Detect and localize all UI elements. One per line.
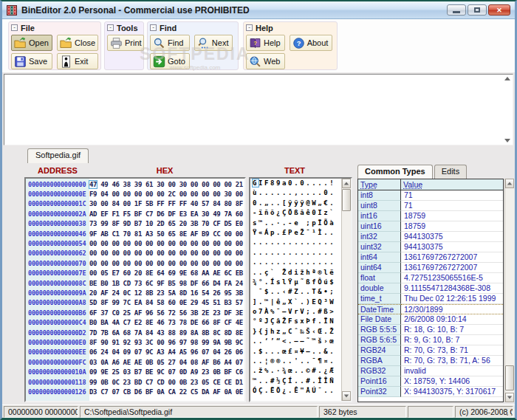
goto-button[interactable]: Goto bbox=[150, 53, 190, 69]
hex-row[interactable]: 00000000000000E08F 90 91 92 93 3C 00 96 … bbox=[26, 337, 244, 347]
resize-grip[interactable] bbox=[505, 408, 514, 417]
text-row[interactable]: 0.„..[ÿÿÿ@W„€. bbox=[253, 199, 335, 209]
type-value[interactable]: 71 bbox=[401, 190, 503, 201]
type-row-int64[interactable]: int6413617697267272007 bbox=[358, 252, 503, 263]
scroll-down-button[interactable] bbox=[505, 393, 514, 402]
type-row-uint8[interactable]: uint871 bbox=[358, 201, 503, 211]
hex-bytes[interactable]: 30 00 84 00 1F 5B FF FF FF 40 57 84 80 8… bbox=[89, 200, 243, 207]
hex-row[interactable]: 000000000000009A20 AF 24 0C 12 8B 23 5A … bbox=[26, 288, 244, 297]
text-pane-scrollbar[interactable] bbox=[341, 179, 351, 401]
text-row[interactable]: ÓÇ.ËÖ¿.Ê"ÅÚ¯.. bbox=[253, 387, 335, 396]
text-row[interactable]: ..¦®®..'..¯¶¤. bbox=[253, 357, 335, 367]
hex-bytes[interactable]: 00 00 00 00 00 00 00 00 00 00 00 00 00 0… bbox=[89, 249, 243, 257]
scroll-down-icon[interactable] bbox=[504, 139, 510, 142]
print-button[interactable]: Print bbox=[107, 35, 144, 51]
type-row-int32[interactable]: int32944130375 bbox=[358, 232, 503, 242]
type-value[interactable]: 12/30/1899 bbox=[401, 304, 503, 314]
tab-common-types[interactable]: Common Types bbox=[357, 165, 433, 179]
text-row[interactable]: s™..·.-e ;pÏÕà bbox=[253, 219, 335, 229]
type-row-rgb32[interactable]: RGB32invalid bbox=[358, 366, 503, 376]
type-row-point16[interactable]: Point16X: 18759, Y: 14406 bbox=[358, 376, 503, 387]
type-value[interactable]: R: 18, G: 10, B: 7 bbox=[401, 325, 503, 335]
hex-cursor[interactable]: 47 bbox=[89, 181, 97, 188]
text-row[interactable]: ..‘’“<.–—˜™š›œ bbox=[253, 337, 335, 347]
collapse-group-icon[interactable]: - bbox=[107, 24, 114, 31]
find-button[interactable]: Find bbox=[150, 35, 190, 51]
type-row-rgb-5-5-5[interactable]: RGB 5:5:5R: 18, G: 10, B: 7 bbox=[358, 325, 503, 335]
text-row[interactable]: °ºJÇâŽFsxÞf.ÏN bbox=[253, 317, 335, 327]
scroll-down-button[interactable] bbox=[342, 391, 351, 401]
hex-pane[interactable]: 000000000000000047 49 46 38 39 61 30 00 … bbox=[24, 177, 246, 402]
hex-bytes[interactable]: 9F AB C1 70 81 A3 50 65 8E AF B9 CC 00 0… bbox=[89, 230, 243, 238]
type-row-rgb24[interactable]: RGB24R: 70, G: 73, B: 71 bbox=[358, 345, 503, 356]
minimize-button[interactable] bbox=[447, 4, 466, 16]
hex-row[interactable]: 000000000000006200 00 00 00 00 00 00 00 … bbox=[26, 249, 244, 258]
hex-bytes[interactable]: F9 04 00 00 00 00 00 2C 00 00 00 00 30 0… bbox=[89, 190, 243, 198]
type-row-rgba[interactable]: RGBAR: 70, G: 73, B: 71, A: 56 bbox=[358, 356, 503, 366]
hex-bytes[interactable]: 47 49 46 38 39 61 30 00 30 00 00 00 00 2… bbox=[89, 181, 243, 188]
hex-row[interactable]: 000000000000000047 49 46 38 39 61 30 00 … bbox=[26, 179, 244, 189]
type-value[interactable]: R: 9, G: 10, B: 7 bbox=[401, 335, 503, 345]
hex-bytes[interactable]: 06 24 04 09 07 9C A3 A4 A5 96 07 04 26 0… bbox=[89, 348, 243, 356]
hex-row[interactable]: 00000000000000A85D 8F 99 7C EA 84 58 60 … bbox=[26, 298, 244, 308]
type-row-uint32[interactable]: uint32944130375 bbox=[358, 242, 503, 252]
type-value[interactable]: 18759 bbox=[401, 211, 503, 221]
hex-row[interactable]: 000000000000003873 99 8F 9D B7 10 2D 65 … bbox=[26, 219, 244, 229]
exit-button[interactable]: Exit bbox=[57, 53, 98, 69]
type-row-float[interactable]: float4.72751235065516E-5 bbox=[358, 273, 503, 283]
hex-row[interactable]: 000000000000002AAD EF F1 F5 BF C7 D6 DF … bbox=[26, 209, 244, 218]
text-row[interactable]: .$...œ£¤¥–..&. bbox=[253, 348, 335, 357]
hex-row[interactable]: 00000000000000FC03 0A A6 AE AE 0B 05 27 … bbox=[26, 357, 244, 367]
type-value[interactable]: R: 70, G: 73, B: 71, A: 56 bbox=[401, 356, 503, 366]
text-row[interactable]: .ž%.·¾œ..©#.¿Æ bbox=[253, 367, 335, 376]
hex-row[interactable]: 000000000000005400 00 00 00 00 00 00 00 … bbox=[26, 238, 244, 248]
text-row[interactable]: Ÿ«Áp.£PeŽ¯¹Ì.. bbox=[253, 229, 335, 238]
tab-edits[interactable]: Edits bbox=[434, 165, 467, 179]
type-row-time-t[interactable]: time_tThu Dec 02 12:26:15 1999 bbox=[358, 294, 503, 304]
hex-bytes[interactable]: 8F 90 91 92 93 3C 00 96 97 98 99 9A 9B 9… bbox=[89, 339, 243, 346]
hex-bytes[interactable]: 03 0A A6 AE AE 0B 05 27 04 08 AF B6 A4 0… bbox=[89, 359, 243, 366]
text-row[interactable]: -ïñõ¿ÇÖßãê0Iz` bbox=[253, 209, 335, 218]
scrollbar-thumb[interactable] bbox=[342, 189, 351, 211]
hex-row[interactable]: 00000000000000D27D 7B 6A 68 7A 84 43 88 … bbox=[26, 328, 244, 337]
type-value[interactable]: 13617697267272007 bbox=[401, 252, 503, 263]
open-button[interactable]: Open bbox=[11, 35, 52, 51]
type-value[interactable]: 9.11155471284368E-308 bbox=[401, 283, 503, 294]
type-value[interactable]: 71 bbox=[401, 201, 503, 211]
hex-bytes[interactable]: 5D 8F 99 7C EA 84 58 60 0E 29 45 51 B3 5… bbox=[89, 299, 243, 306]
text-row[interactable]: ..ç` Ždižhª®lë bbox=[253, 269, 335, 278]
type-value[interactable]: 4.72751235065516E-5 bbox=[401, 273, 503, 283]
type-row-file-date[interactable]: File Date2/6/2008 09:10:14 bbox=[358, 314, 503, 325]
type-value[interactable]: 944130375 bbox=[401, 242, 503, 252]
hex-bytes[interactable]: 7D 7B 6A 68 7A 84 43 88 89 8A 8B 8C 8D 8… bbox=[89, 329, 243, 337]
save-button[interactable]: Save bbox=[11, 53, 52, 69]
hex-row[interactable]: 000000000000008CBE B0 1B CD 73 6C 9F B5 … bbox=[26, 278, 244, 288]
text-row[interactable]: ù......,....0. bbox=[253, 189, 335, 199]
maximize-button[interactable] bbox=[468, 4, 487, 16]
type-value[interactable]: X: 18759, Y: 14406 bbox=[401, 376, 503, 387]
hex-bytes[interactable]: 00 00 00 00 00 00 00 00 00 00 00 00 00 0… bbox=[89, 240, 243, 247]
text-row[interactable]: }{jhz„Cˆ‰Š‹Œ.Ž bbox=[253, 328, 335, 337]
help-button[interactable]: ?Help bbox=[246, 35, 285, 51]
type-value[interactable]: 18759 bbox=[401, 221, 503, 232]
text-pane[interactable]: GIF89a0.0....!ù......,....0.0.„..[ÿÿÿ@W„… bbox=[249, 177, 352, 402]
scrollbar-thumb[interactable] bbox=[505, 365, 514, 390]
next-button[interactable]: Next bbox=[194, 35, 233, 51]
about-button[interactable]: ?About bbox=[290, 35, 333, 51]
type-row-uint64[interactable]: uint6413617697267272007 bbox=[358, 263, 503, 273]
type-value[interactable]: R: 70, G: 73, B: 71 bbox=[401, 345, 503, 356]
hex-bytes[interactable]: BE B0 1B CD 73 6C 9F B5 98 DF 66 D4 FA 2… bbox=[89, 280, 243, 287]
hex-bytes[interactable]: 6F 37 C0 25 AF 96 56 72 56 3B 2E 23 DF 3… bbox=[89, 309, 243, 317]
hex-bytes[interactable]: 99 0B 0C 23 BD C7 CD 00 0B 23 05 CE CE D… bbox=[89, 379, 243, 386]
text-row[interactable]: o7À%¯–VrV;.#ß> bbox=[253, 308, 335, 317]
type-row-double[interactable]: double9.11155471284368E-308 bbox=[358, 283, 503, 294]
type-row-int8[interactable]: int871 bbox=[358, 190, 503, 201]
hex-bytes[interactable]: AD EF F1 F5 BF C7 D6 DF E3 EA 30 49 7A 6… bbox=[89, 210, 243, 218]
hex-bytes[interactable]: 09 9E 25 03 B7 BE 9C 07 0D A9 23 0B BF C… bbox=[89, 368, 243, 376]
hex-row[interactable]: 000000000000011899 0B 0C 23 BD C7 CD 00 … bbox=[26, 377, 244, 387]
text-row[interactable]: ¾°.ÍslŸµ˜ßfÔú$ bbox=[253, 278, 335, 288]
hex-row[interactable]: 000000000000010A09 9E 25 03 B7 BE 9C 07 … bbox=[26, 367, 244, 376]
type-row-int16[interactable]: int1618759 bbox=[358, 211, 503, 221]
close-button[interactable]: ✕ bbox=[488, 4, 510, 16]
hex-row[interactable]: 000000000000007E00 05 E7 60 20 8E 64 69 … bbox=[26, 269, 244, 278]
